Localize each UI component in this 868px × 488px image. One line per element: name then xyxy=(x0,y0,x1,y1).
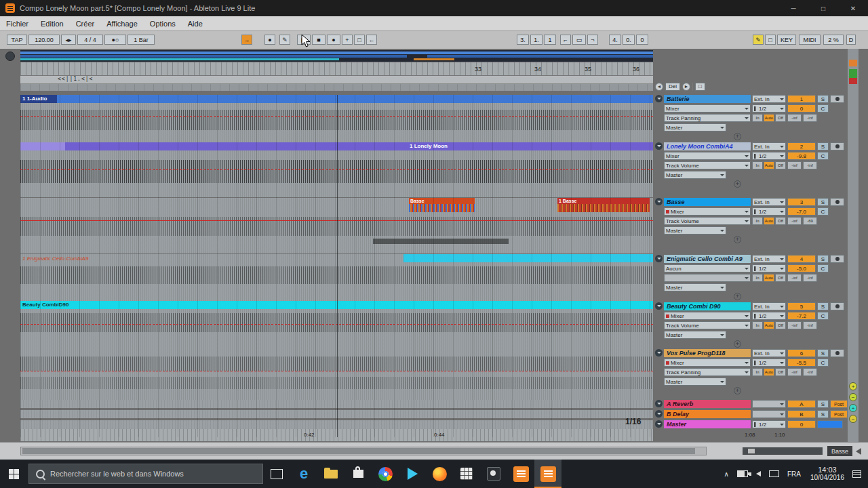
overdub-button[interactable]: + xyxy=(342,35,353,45)
volume-display[interactable]: -9.8 xyxy=(787,152,816,160)
zoom-slider[interactable] xyxy=(743,447,823,455)
return-b-lane[interactable] xyxy=(20,410,653,418)
output-select[interactable]: Master xyxy=(664,283,726,291)
volume-display[interactable]: 0 xyxy=(787,104,816,113)
punch-in-button[interactable]: ⌐ xyxy=(560,35,571,45)
volume-display[interactable]: -7.0 xyxy=(787,207,816,216)
taskbar-icon-edge[interactable]: e xyxy=(290,460,317,488)
solo-button[interactable]: S xyxy=(817,410,829,418)
reenable-automation-button[interactable]: ● xyxy=(264,35,275,45)
pan-display[interactable]: C xyxy=(817,207,829,216)
menu-options[interactable]: Options xyxy=(144,20,182,28)
return-name[interactable]: B Delay xyxy=(664,410,751,418)
track-fold-button[interactable] xyxy=(655,95,663,102)
track-number[interactable]: 2 xyxy=(787,142,816,150)
notification-center-icon[interactable] xyxy=(852,470,861,478)
metronome-toggle[interactable]: ●○ xyxy=(104,35,126,45)
output-select[interactable]: Master xyxy=(664,378,726,386)
taskbar-icon-ableton[interactable] xyxy=(507,460,534,488)
clip-beauty[interactable]: Beauty CombiD90 xyxy=(20,301,653,309)
taskbar-icon-chrome[interactable] xyxy=(372,460,399,488)
output-select[interactable]: Master xyxy=(664,123,726,131)
taskbar-icon-ableton-active[interactable] xyxy=(534,460,561,488)
output-select[interactable]: Master xyxy=(664,226,726,235)
track-number[interactable]: 6 xyxy=(787,349,816,357)
pre-post-toggle[interactable]: Post xyxy=(830,410,848,418)
solo-button[interactable]: S xyxy=(817,142,829,150)
zoom-in-button[interactable]: + xyxy=(849,382,857,390)
zoom-out-button[interactable]: − xyxy=(849,393,857,401)
menu-affichage[interactable]: Affichage xyxy=(100,20,144,28)
monitor-in-button[interactable]: In xyxy=(752,321,763,329)
zoom-height-in-button[interactable]: + xyxy=(849,404,857,412)
monitor-off-button[interactable]: Off xyxy=(775,321,786,329)
taskbar-icon-player[interactable] xyxy=(399,460,426,488)
pan-display[interactable]: C xyxy=(817,359,829,367)
track-name[interactable]: Beauty Combi D90 xyxy=(664,302,751,310)
channel-select[interactable]: 1/2 xyxy=(752,264,786,272)
automation-param-select[interactable]: Track Volume xyxy=(664,217,751,225)
add-automation-button[interactable]: + xyxy=(734,180,741,188)
track-fold-button[interactable] xyxy=(655,255,663,262)
return-name[interactable]: A Reverb xyxy=(664,400,751,408)
track-lane-beauty[interactable]: Beauty CombiD90 xyxy=(20,301,653,348)
arm-button[interactable] xyxy=(830,255,844,263)
cue-volume-display[interactable] xyxy=(817,420,843,428)
add-automation-button[interactable]: + xyxy=(734,236,741,243)
channel-select[interactable]: 1/2 xyxy=(752,359,786,367)
minimize-button[interactable]: ─ xyxy=(778,0,808,16)
tray-caret-icon[interactable]: ∧ xyxy=(720,470,733,478)
track-lane-vox-pulse[interactable] xyxy=(20,348,653,400)
track-fold-button[interactable] xyxy=(655,142,663,150)
menu-fichier[interactable]: Fichier xyxy=(0,20,35,28)
automation-param-select[interactable]: Track Volume xyxy=(664,321,751,329)
automation-param-select[interactable] xyxy=(664,274,751,282)
master-lane[interactable] xyxy=(20,420,653,429)
start-button[interactable] xyxy=(0,460,27,488)
clip-enigmatic[interactable]: Enigmatic Cello CombiA9 xyxy=(403,254,653,262)
volume-display[interactable]: -7.2 xyxy=(787,312,816,320)
quantization-select[interactable]: 1 Bar xyxy=(127,35,155,45)
return-routing-select[interactable] xyxy=(752,400,786,408)
return-fold-button[interactable] xyxy=(655,400,663,407)
solo-button[interactable]: S xyxy=(817,302,829,310)
clip-basse-1[interactable]: Basse xyxy=(409,198,475,212)
device-select[interactable]: Mixer xyxy=(664,312,751,320)
monitor-off-button[interactable]: Off xyxy=(775,114,786,122)
master-fold-button[interactable] xyxy=(655,420,663,428)
output-select[interactable]: Master xyxy=(664,171,726,179)
nudge-buttons[interactable]: ◂▸ xyxy=(61,35,76,45)
track-fold-button[interactable] xyxy=(655,302,663,310)
device-select[interactable]: Mixer xyxy=(664,104,751,113)
pan-display[interactable]: C xyxy=(817,264,829,272)
taskbar-icon-grid-app[interactable] xyxy=(453,460,480,488)
keyboard-icon[interactable] xyxy=(765,470,783,477)
speaker-icon[interactable] xyxy=(752,471,765,476)
loop-marker-ruler[interactable]: <<||1.<|< xyxy=(20,76,653,84)
monitor-in-button[interactable]: In xyxy=(752,217,763,225)
input-routing-select[interactable]: Ext. In xyxy=(752,198,786,206)
clip-1-audio[interactable]: 1 1-Audio xyxy=(20,95,653,103)
add-automation-button[interactable]: + xyxy=(734,133,741,140)
play-button[interactable]: ▶ xyxy=(297,35,311,45)
add-automation-button[interactable]: + xyxy=(734,293,741,300)
monitor-auto-button[interactable]: Auto xyxy=(764,368,774,376)
taskbar-icon-firefox[interactable] xyxy=(426,460,453,488)
solo-button[interactable]: S xyxy=(817,95,829,103)
prev-locator-button[interactable]: ◄ xyxy=(655,83,663,91)
track-lane-enigmatic[interactable]: 1 Enigmatic Cello CombiA9 Enigmatic Cell… xyxy=(20,254,653,301)
undo-arrow-button[interactable]: ← xyxy=(366,35,377,45)
monitor-auto-button[interactable]: Auto xyxy=(764,217,774,225)
vertical-scroll-strip[interactable]: + − + − xyxy=(848,49,859,442)
midi-map-button[interactable]: MIDI xyxy=(799,35,821,45)
arm-button[interactable] xyxy=(830,198,844,206)
input-routing-select[interactable]: Ext. In xyxy=(752,95,786,103)
input-routing-select[interactable]: Ext. In xyxy=(752,255,786,263)
horizontal-scrollbar[interactable] xyxy=(20,447,707,455)
channel-select[interactable]: 1/2 xyxy=(752,152,786,160)
track-fold-button[interactable] xyxy=(655,349,663,357)
add-automation-button[interactable]: + xyxy=(734,340,741,348)
solo-button[interactable]: S xyxy=(817,198,829,206)
loop-length-sixteenths[interactable]: 0 xyxy=(636,35,648,45)
scrub-area[interactable] xyxy=(20,84,653,91)
